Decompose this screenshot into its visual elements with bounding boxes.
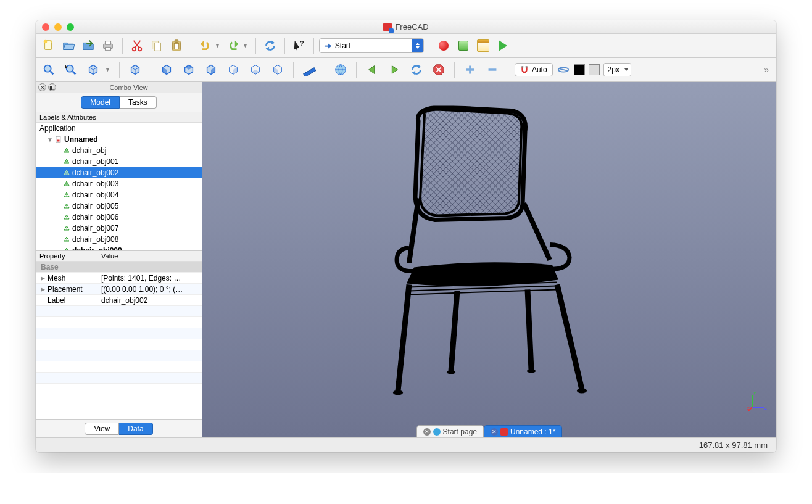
svg-point-2 [44,40,48,44]
copy-button[interactable] [147,36,166,55]
panel-close-icon[interactable]: ✕ [38,83,46,91]
svg-marker-14 [235,41,239,48]
snap-auto-button[interactable]: Auto [515,63,553,76]
property-value: [(0.00 0.00 1.00); 0 °; (… [97,285,202,294]
left-view-button[interactable] [268,60,287,79]
chair-mesh-object[interactable] [384,105,594,402]
tree-item[interactable]: dchair_obj008 [36,234,202,245]
svg-rect-9 [154,43,160,51]
tree-item[interactable]: dchair_obj005 [36,200,202,212]
tree-root-application[interactable]: Application [36,123,202,134]
isometric-view-button[interactable] [126,60,144,79]
linewidth-value: 2px [608,65,619,74]
web-home-button[interactable] [331,60,350,79]
fit-all-button[interactable] [39,60,58,79]
arrow-right-icon [323,41,332,50]
open-document-button[interactable] [59,36,78,55]
draw-style-dropdown[interactable]: ▼ [105,67,110,73]
tree-item-label: dchair_obj001 [72,157,118,166]
tab-model[interactable]: Model [81,96,120,109]
undo-dropdown-caret[interactable]: ▼ [215,43,220,49]
3d-viewport[interactable]: Y Z X ✕ Start page ✕ Unnamed : 1* [202,82,776,437]
redo-button[interactable] [224,36,242,55]
tree-header: Labels & Attributes [36,112,202,123]
whats-this-button[interactable]: ? [290,36,309,55]
print-button[interactable] [99,36,117,55]
zoom-out-button[interactable] [483,60,502,79]
tab-view[interactable]: View [85,423,119,435]
tree-item[interactable]: dchair_obj009 [36,245,202,251]
nav-forward-button[interactable] [385,60,404,79]
property-columns: Property Value [36,251,202,262]
property-row[interactable]: ▶Mesh[Points: 1401, Edges: … [36,273,202,284]
redo-dropdown-caret[interactable]: ▼ [242,43,248,49]
toolbar-overflow-icon[interactable]: » [764,65,773,75]
tree-item-label: dchair_obj002 [72,168,118,177]
tree-item-label: dchair_obj009 [72,246,122,251]
globe-icon [433,428,441,436]
close-tab-icon[interactable]: ✕ [423,428,431,436]
tree-item[interactable]: dchair_obj [36,145,202,156]
property-row[interactable]: Labeldchair_obj002 [36,295,202,306]
property-name: Mesh [48,274,65,283]
close-tab-icon[interactable]: ✕ [491,428,498,436]
save-document-button[interactable] [79,36,97,55]
paste-button[interactable] [167,36,186,55]
new-document-button[interactable] [39,36,58,55]
macro-stop-button[interactable] [454,36,473,55]
linewidth-select[interactable]: 2px [603,63,631,76]
status-bar: 167.81 x 97.81 mm [36,437,776,452]
tab-data[interactable]: Data [119,423,152,435]
property-name: Label [48,296,65,305]
svg-line-23 [308,70,309,71]
tree-item-label: dchair_obj004 [72,191,118,199]
nav-refresh-button[interactable] [407,60,426,79]
property-tabs: View Data [36,419,202,437]
tree-document[interactable]: ▼ Unnamed [36,134,202,145]
draw-style-button[interactable] [84,60,102,79]
face-color-swatch[interactable] [589,64,600,75]
doc-tab-label: Start page [443,428,477,436]
tree-item[interactable]: dchair_obj001 [36,156,202,167]
measure-button[interactable] [300,60,318,79]
nav-back-button[interactable] [363,60,381,79]
fit-selection-button[interactable] [62,60,80,79]
tree-item[interactable]: dchair_obj003 [36,178,202,189]
property-row[interactable]: ▶Placement[(0.00 0.00 1.00); 0 °; (… [36,284,202,295]
app-body: ✕ ◧ Combo View Model Tasks Labels & Attr… [36,82,776,437]
line-color-swatch[interactable] [574,64,585,75]
tree-item[interactable]: dchair_obj007 [36,223,202,234]
play-icon [499,40,507,51]
construction-mode-button[interactable] [557,60,570,79]
tree-item[interactable]: dchair_obj004 [36,189,202,200]
macro-execute-button[interactable] [494,36,512,55]
zoom-in-button[interactable] [461,60,479,79]
tree-item[interactable]: dchair_obj002 [36,167,202,178]
panel-float-icon[interactable]: ◧ [48,83,56,91]
macro-list-button[interactable] [474,36,492,55]
doc-tab-startpage[interactable]: ✕ Start page [416,425,484,437]
property-col-property: Property [36,251,97,261]
doc-tab-label: Unnamed : 1* [510,428,555,436]
workbench-selected-label: Start [335,41,350,50]
workbench-selector[interactable]: Start [319,38,424,53]
svg-point-39 [393,390,403,395]
tab-tasks[interactable]: Tasks [120,96,157,109]
right-view-button[interactable] [202,60,220,79]
doc-tab-unnamed[interactable]: ✕ Unnamed : 1* [484,425,562,437]
macro-record-button[interactable] [434,36,453,55]
svg-marker-18 [325,44,331,48]
tree-item-label: dchair_obj006 [72,213,118,221]
cut-button[interactable] [128,36,146,55]
svg-text:?: ? [300,39,304,47]
rear-view-button[interactable] [224,60,242,79]
top-view-button[interactable] [180,60,198,79]
front-view-button[interactable] [157,60,176,79]
undo-button[interactable] [196,36,215,55]
property-value: [Points: 1401, Edges: … [97,274,202,283]
refresh-button[interactable] [261,36,280,55]
nav-stop-button[interactable] [429,60,448,79]
document-icon [55,136,62,143]
bottom-view-button[interactable] [246,60,265,79]
tree-item[interactable]: dchair_obj006 [36,212,202,223]
